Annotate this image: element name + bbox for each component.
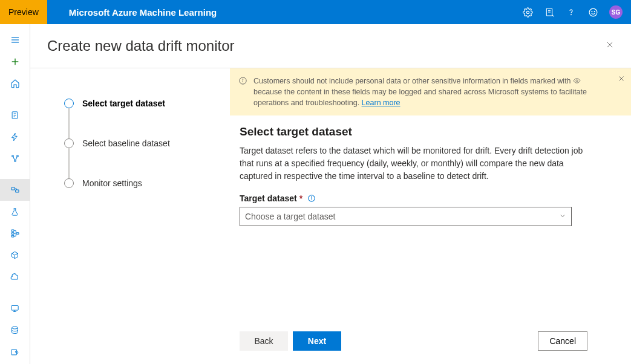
- pipelines-icon[interactable]: [0, 223, 30, 244]
- datastores-db-icon[interactable]: [0, 319, 30, 341]
- svg-point-0: [526, 11, 529, 13]
- svg-point-19: [16, 155, 18, 157]
- left-nav-rail: [0, 24, 30, 364]
- info-icon: [238, 76, 247, 108]
- learn-more-link[interactable]: Learn more: [362, 99, 401, 107]
- experiments-flask-icon[interactable]: [0, 201, 30, 223]
- svg-point-37: [576, 80, 578, 82]
- step-radio-icon: [64, 99, 74, 108]
- svg-rect-26: [16, 233, 19, 235]
- compute-monitor-icon[interactable]: [0, 297, 30, 319]
- section-description: Target dataset refers to the dataset whi…: [240, 145, 587, 183]
- main-panel: Create new data drift monitor Select tar…: [30, 24, 631, 364]
- preview-badge: Preview: [0, 0, 47, 24]
- svg-rect-25: [11, 235, 14, 237]
- chevron-down-icon: [559, 212, 566, 221]
- svg-point-18: [11, 155, 13, 157]
- eye-icon: [573, 77, 581, 85]
- svg-rect-21: [11, 187, 15, 190]
- svg-rect-24: [11, 233, 14, 235]
- models-cube-icon[interactable]: [0, 244, 30, 266]
- svg-point-36: [243, 79, 243, 80]
- target-dataset-dropdown[interactable]: Choose a target dataset: [240, 207, 572, 226]
- svg-rect-22: [15, 190, 18, 192]
- svg-point-7: [591, 11, 592, 11]
- svg-point-5: [571, 15, 572, 15]
- svg-rect-23: [11, 230, 14, 232]
- svg-point-8: [594, 11, 595, 11]
- step-connector: [68, 108, 70, 138]
- top-nav-bar: Preview Microsoft Azure Machine Learning…: [0, 0, 631, 24]
- svg-point-6: [589, 8, 597, 16]
- wizard-stepper: Select target dataset Select baseline da…: [30, 68, 230, 364]
- automl-bolt-icon[interactable]: [0, 126, 30, 148]
- designer-nodes-icon[interactable]: [0, 148, 30, 169]
- labeling-edit-icon[interactable]: [0, 341, 30, 363]
- svg-point-30: [12, 327, 18, 329]
- settings-gear-icon[interactable]: [522, 7, 533, 18]
- step-connector: [68, 148, 70, 178]
- step-label: Select baseline dataset: [82, 138, 170, 148]
- close-panel-button[interactable]: [606, 41, 614, 51]
- step-select-baseline-dataset[interactable]: Select baseline dataset: [64, 138, 215, 148]
- step-select-target-dataset[interactable]: Select target dataset: [64, 99, 215, 108]
- privacy-info-banner: Customers should not include personal da…: [230, 68, 631, 115]
- back-button[interactable]: Back: [240, 331, 288, 351]
- section-title: Select target dataset: [240, 125, 587, 138]
- content-area: Customers should not include personal da…: [230, 68, 631, 364]
- menu-hamburger-icon[interactable]: [0, 29, 30, 51]
- help-icon[interactable]: [566, 7, 577, 18]
- panel-header: Create new data drift monitor: [30, 24, 631, 68]
- dropdown-placeholder: Choose a target dataset: [245, 212, 335, 221]
- svg-point-20: [14, 160, 16, 162]
- wizard-footer: Back Next Cancel: [230, 322, 631, 364]
- user-avatar[interactable]: SG: [609, 5, 623, 19]
- app-title: Microsoft Azure Machine Learning: [69, 7, 522, 18]
- new-plus-icon[interactable]: [0, 51, 30, 73]
- endpoints-cloud-icon[interactable]: [0, 266, 30, 288]
- svg-rect-27: [11, 305, 18, 310]
- home-icon[interactable]: [0, 73, 30, 94]
- next-button[interactable]: Next: [293, 331, 341, 351]
- datasets-icon[interactable]: [0, 179, 30, 201]
- feedback-smiley-icon[interactable]: [587, 7, 598, 18]
- step-radio-icon: [64, 138, 74, 148]
- field-info-icon[interactable]: [307, 194, 316, 203]
- svg-point-42: [312, 197, 312, 198]
- topbar-actions: SG: [522, 5, 631, 19]
- step-label: Select target dataset: [82, 99, 165, 108]
- step-monitor-settings[interactable]: Monitor settings: [64, 178, 215, 188]
- notebooks-icon[interactable]: [0, 104, 30, 126]
- step-radio-icon: [64, 178, 74, 188]
- required-mark: *: [299, 193, 302, 203]
- banner-text: Customers should not include personal da…: [253, 76, 609, 108]
- step-label: Monitor settings: [82, 178, 142, 188]
- banner-close-button[interactable]: [618, 74, 625, 85]
- notebook-icon[interactable]: [544, 7, 555, 18]
- cancel-button[interactable]: Cancel: [538, 331, 587, 351]
- panel-title: Create new data drift monitor: [47, 37, 234, 54]
- target-dataset-label: Target dataset *: [240, 193, 587, 203]
